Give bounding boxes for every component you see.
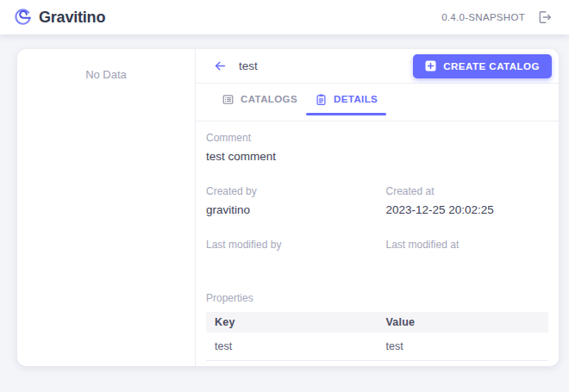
logout-icon[interactable] [536, 9, 553, 26]
page-title: test [239, 59, 258, 72]
comment-value: test comment [206, 150, 548, 165]
back-arrow-icon[interactable] [213, 59, 228, 73]
last-modified-at-label: Last modified at [386, 239, 549, 251]
field-last-modified-at: Last modified at [378, 239, 549, 271]
clipboard-icon [315, 93, 328, 106]
created-at-label: Created at [386, 185, 549, 197]
plus-box-icon [425, 60, 436, 72]
comment-label: Comment [206, 132, 548, 144]
column-header-key: Key [206, 312, 378, 333]
properties-section: Properties Key Value test test [206, 292, 548, 361]
table-row: test test [206, 333, 548, 361]
version-text: 0.4.0-SNAPSHOT [441, 12, 525, 22]
properties-label: Properties [206, 292, 548, 304]
brand: Gravitino [14, 9, 105, 27]
gravitino-logo-icon [14, 9, 32, 27]
field-last-modified-by: Last modified by [206, 239, 378, 271]
modified-row: Last modified by Last modified at [206, 239, 548, 292]
tab-details-label: DETAILS [334, 94, 378, 104]
field-created-at: Created at 2023-12-25 20:02:25 [378, 185, 549, 218]
last-modified-by-label: Last modified by [206, 239, 378, 251]
field-comment: Comment test comment [206, 132, 548, 165]
no-data-text: No Data [17, 68, 195, 81]
tabs: CATALOGS DETAILS [196, 84, 559, 121]
last-modified-by-value [206, 257, 378, 271]
field-created-by: Created by gravitino [206, 185, 378, 218]
tab-catalogs[interactable]: CATALOGS [213, 84, 306, 115]
property-value-cell: test [378, 333, 549, 361]
detail-panel: test CREATE CATALOG [196, 49, 559, 366]
main-card: No Data test [17, 49, 559, 366]
panel-header: test CREATE CATALOG [196, 49, 559, 84]
properties-header-row: Key Value [206, 312, 548, 333]
properties-table: Key Value test test [206, 312, 548, 361]
tree-panel: No Data [17, 49, 196, 366]
create-catalog-button[interactable]: CREATE CATALOG [413, 54, 552, 78]
screen: Gravitino 0.4.0-SNAPSHOT No Data [0, 0, 569, 392]
list-box-icon [222, 93, 234, 106]
property-key-cell: test [206, 333, 378, 361]
tab-catalogs-label: CATALOGS [241, 94, 297, 104]
app-bar-right: 0.4.0-SNAPSHOT [441, 9, 553, 26]
brand-name: Gravitino [39, 9, 105, 27]
created-row: Created by gravitino Created at 2023-12-… [206, 185, 548, 239]
create-catalog-label: CREATE CATALOG [443, 61, 540, 72]
details-content: Comment test comment Created by gravitin… [196, 121, 559, 366]
last-modified-at-value [386, 257, 549, 271]
column-header-value: Value [378, 312, 549, 333]
tab-details[interactable]: DETAILS [306, 84, 386, 115]
created-at-value: 2023-12-25 20:02:25 [386, 203, 549, 218]
created-by-value: gravitino [206, 203, 378, 218]
app-bar: Gravitino 0.4.0-SNAPSHOT [0, 0, 569, 34]
created-by-label: Created by [206, 185, 378, 197]
